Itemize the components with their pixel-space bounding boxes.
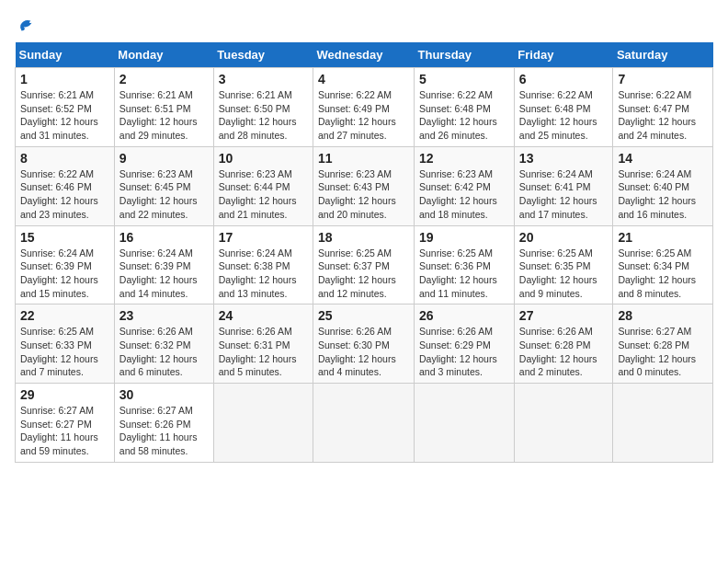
day-detail: Sunrise: 6:25 AM Sunset: 6:33 PM Dayligh… [20,325,109,379]
calendar-cell [415,384,515,463]
calendar-week-5: 29Sunrise: 6:27 AM Sunset: 6:27 PM Dayli… [16,384,713,463]
header [15,15,713,31]
day-detail: Sunrise: 6:22 AM Sunset: 6:47 PM Dayligh… [618,88,708,143]
day-number: 20 [519,230,609,245]
day-number: 17 [219,230,308,245]
calendar-week-3: 15Sunrise: 6:24 AM Sunset: 6:39 PM Dayli… [16,225,713,304]
weekday-header-thursday: Thursday [415,42,515,68]
day-detail: Sunrise: 6:22 AM Sunset: 6:48 PM Dayligh… [519,88,609,143]
day-detail: Sunrise: 6:21 AM Sunset: 6:50 PM Dayligh… [219,88,308,143]
day-number: 25 [318,308,409,323]
calendar-cell [313,384,415,463]
day-detail: Sunrise: 6:23 AM Sunset: 6:45 PM Dayligh… [119,167,209,222]
calendar-week-4: 22Sunrise: 6:25 AM Sunset: 6:33 PM Dayli… [16,304,713,384]
calendar-cell: 9Sunrise: 6:23 AM Sunset: 6:45 PM Daylig… [114,146,213,225]
day-number: 29 [20,387,109,402]
weekday-header-tuesday: Tuesday [213,42,313,68]
weekday-header-monday: Monday [114,42,213,68]
day-detail: Sunrise: 6:23 AM Sunset: 6:44 PM Dayligh… [219,167,308,222]
day-number: 14 [618,151,708,166]
day-detail: Sunrise: 6:27 AM Sunset: 6:27 PM Dayligh… [20,404,109,458]
day-number: 15 [20,230,109,245]
calendar-cell: 1Sunrise: 6:21 AM Sunset: 6:52 PM Daylig… [16,68,115,147]
calendar-cell: 18Sunrise: 6:25 AM Sunset: 6:37 PM Dayli… [313,225,415,304]
day-detail: Sunrise: 6:26 AM Sunset: 6:29 PM Dayligh… [419,325,509,379]
calendar-cell: 14Sunrise: 6:24 AM Sunset: 6:40 PM Dayli… [613,146,713,225]
calendar-week-1: 1Sunrise: 6:21 AM Sunset: 6:52 PM Daylig… [16,68,713,147]
day-number: 30 [119,387,209,402]
day-number: 28 [618,308,708,323]
day-detail: Sunrise: 6:25 AM Sunset: 6:35 PM Dayligh… [519,247,609,301]
day-detail: Sunrise: 6:25 AM Sunset: 6:37 PM Dayligh… [318,247,409,301]
day-detail: Sunrise: 6:23 AM Sunset: 6:43 PM Dayligh… [318,167,409,222]
calendar-cell: 17Sunrise: 6:24 AM Sunset: 6:38 PM Dayli… [213,225,313,304]
calendar-header: SundayMondayTuesdayWednesdayThursdayFrid… [16,42,713,68]
day-number: 26 [419,308,509,323]
day-detail: Sunrise: 6:21 AM Sunset: 6:51 PM Dayligh… [119,88,209,143]
calendar-cell: 24Sunrise: 6:26 AM Sunset: 6:31 PM Dayli… [213,304,313,384]
day-detail: Sunrise: 6:26 AM Sunset: 6:31 PM Dayligh… [219,325,308,379]
day-detail: Sunrise: 6:24 AM Sunset: 6:39 PM Dayligh… [119,247,209,301]
day-number: 16 [119,230,209,245]
calendar-cell [514,384,613,463]
day-detail: Sunrise: 6:26 AM Sunset: 6:32 PM Dayligh… [119,325,209,379]
logo-bird-icon [17,15,37,35]
calendar-cell: 26Sunrise: 6:26 AM Sunset: 6:29 PM Dayli… [415,304,515,384]
calendar-cell: 30Sunrise: 6:27 AM Sunset: 6:26 PM Dayli… [114,384,213,463]
day-detail: Sunrise: 6:22 AM Sunset: 6:46 PM Dayligh… [20,167,109,222]
day-number: 1 [20,72,109,86]
calendar-cell: 4Sunrise: 6:22 AM Sunset: 6:49 PM Daylig… [313,68,415,147]
logo [15,15,37,31]
calendar-cell: 12Sunrise: 6:23 AM Sunset: 6:42 PM Dayli… [415,146,515,225]
calendar-table: SundayMondayTuesdayWednesdayThursdayFrid… [15,42,713,463]
calendar-cell: 10Sunrise: 6:23 AM Sunset: 6:44 PM Dayli… [213,146,313,225]
day-detail: Sunrise: 6:25 AM Sunset: 6:34 PM Dayligh… [618,247,708,301]
day-number: 19 [419,230,509,245]
day-number: 2 [119,72,209,86]
calendar-cell [613,384,713,463]
weekday-header-row: SundayMondayTuesdayWednesdayThursdayFrid… [16,42,713,68]
calendar-cell: 23Sunrise: 6:26 AM Sunset: 6:32 PM Dayli… [114,304,213,384]
calendar-cell: 29Sunrise: 6:27 AM Sunset: 6:27 PM Dayli… [16,384,115,463]
calendar-cell: 27Sunrise: 6:26 AM Sunset: 6:28 PM Dayli… [514,304,613,384]
day-number: 10 [219,151,308,166]
calendar-cell: 20Sunrise: 6:25 AM Sunset: 6:35 PM Dayli… [514,225,613,304]
day-detail: Sunrise: 6:26 AM Sunset: 6:30 PM Dayligh… [318,325,409,379]
weekday-header-saturday: Saturday [613,42,713,68]
day-number: 9 [119,151,209,166]
calendar-cell: 11Sunrise: 6:23 AM Sunset: 6:43 PM Dayli… [313,146,415,225]
day-detail: Sunrise: 6:24 AM Sunset: 6:41 PM Dayligh… [519,167,609,222]
calendar-cell: 16Sunrise: 6:24 AM Sunset: 6:39 PM Dayli… [114,225,213,304]
day-number: 4 [318,72,409,86]
calendar-cell: 2Sunrise: 6:21 AM Sunset: 6:51 PM Daylig… [114,68,213,147]
calendar-cell: 5Sunrise: 6:22 AM Sunset: 6:48 PM Daylig… [415,68,515,147]
day-number: 8 [20,151,109,166]
day-detail: Sunrise: 6:27 AM Sunset: 6:28 PM Dayligh… [618,325,708,379]
day-detail: Sunrise: 6:24 AM Sunset: 6:39 PM Dayligh… [20,247,109,301]
calendar-cell: 15Sunrise: 6:24 AM Sunset: 6:39 PM Dayli… [16,225,115,304]
day-detail: Sunrise: 6:24 AM Sunset: 6:40 PM Dayligh… [618,167,708,222]
day-detail: Sunrise: 6:24 AM Sunset: 6:38 PM Dayligh… [219,247,308,301]
day-detail: Sunrise: 6:22 AM Sunset: 6:48 PM Dayligh… [419,88,509,143]
weekday-header-friday: Friday [514,42,613,68]
calendar-cell: 7Sunrise: 6:22 AM Sunset: 6:47 PM Daylig… [613,68,713,147]
day-number: 12 [419,151,509,166]
calendar-cell: 13Sunrise: 6:24 AM Sunset: 6:41 PM Dayli… [514,146,613,225]
weekday-header-sunday: Sunday [16,42,115,68]
day-detail: Sunrise: 6:27 AM Sunset: 6:26 PM Dayligh… [119,404,209,458]
calendar-week-2: 8Sunrise: 6:22 AM Sunset: 6:46 PM Daylig… [16,146,713,225]
calendar-cell: 25Sunrise: 6:26 AM Sunset: 6:30 PM Dayli… [313,304,415,384]
calendar-cell: 28Sunrise: 6:27 AM Sunset: 6:28 PM Dayli… [613,304,713,384]
day-number: 24 [219,308,308,323]
day-number: 21 [618,230,708,245]
calendar-cell: 19Sunrise: 6:25 AM Sunset: 6:36 PM Dayli… [415,225,515,304]
day-number: 22 [20,308,109,323]
calendar-cell: 21Sunrise: 6:25 AM Sunset: 6:34 PM Dayli… [613,225,713,304]
day-number: 13 [519,151,609,166]
calendar-cell [213,384,313,463]
calendar-cell: 22Sunrise: 6:25 AM Sunset: 6:33 PM Dayli… [16,304,115,384]
day-number: 7 [618,72,708,86]
day-number: 27 [519,308,609,323]
day-detail: Sunrise: 6:22 AM Sunset: 6:49 PM Dayligh… [318,88,409,143]
day-detail: Sunrise: 6:25 AM Sunset: 6:36 PM Dayligh… [419,247,509,301]
